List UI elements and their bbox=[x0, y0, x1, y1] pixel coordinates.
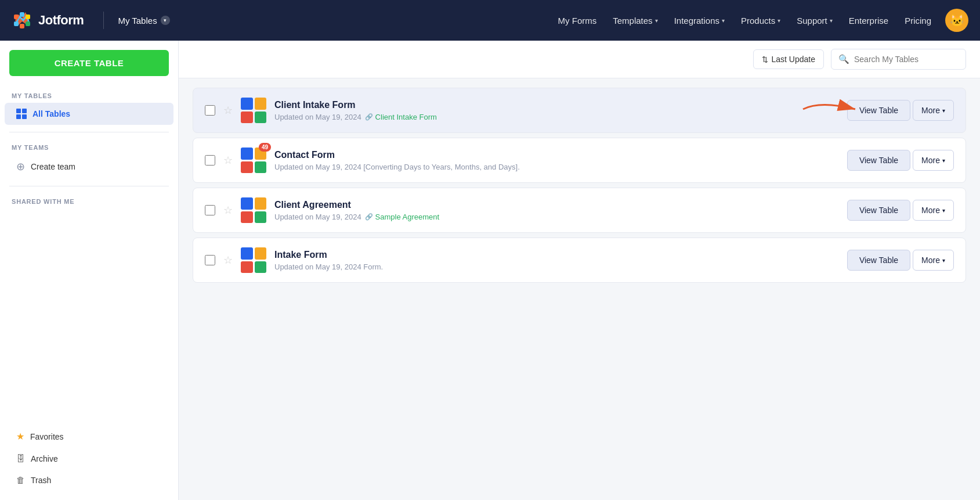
row-link-tag-1: 🔗 Client Intake Form bbox=[365, 113, 437, 121]
sort-button[interactable]: ⇅ Last Update bbox=[753, 49, 824, 69]
row-meta-2: Updated on May 19, 2024 [Converting Days… bbox=[274, 163, 839, 171]
create-table-button[interactable]: CREATE TABLE bbox=[9, 50, 169, 76]
logo-area[interactable]: Jotform bbox=[12, 10, 84, 31]
table-icon-1 bbox=[241, 98, 266, 123]
toolbar: ⇅ Last Update 🔍 bbox=[179, 41, 980, 78]
row-updated-1: Updated on May 19, 2024 bbox=[274, 113, 361, 121]
all-tables-grid-icon bbox=[16, 109, 27, 119]
table-row: ☆ 49 Contact Form Updated on May 19, 202… bbox=[193, 138, 966, 183]
row-info-2: Contact Form Updated on May 19, 2024 [Co… bbox=[274, 150, 839, 171]
svg-rect-2 bbox=[20, 12, 24, 17]
row-title-4: Intake Form bbox=[274, 250, 839, 260]
more-label-4: More bbox=[921, 256, 940, 265]
table-icon-2: 49 bbox=[241, 148, 266, 173]
view-table-button-3[interactable]: View Table bbox=[847, 200, 910, 221]
more-chevron-icon-3: ▾ bbox=[942, 207, 945, 214]
row-actions-4: View Table More ▾ bbox=[847, 250, 954, 271]
row-checkbox-4[interactable] bbox=[205, 255, 215, 265]
search-box[interactable]: 🔍 bbox=[831, 49, 966, 70]
table-row: ☆ Client Agreement Updated on May 19, 20… bbox=[193, 188, 966, 233]
view-table-button-1[interactable]: View Table bbox=[847, 100, 910, 121]
nav-enterprise[interactable]: Enterprise bbox=[842, 12, 895, 29]
more-button-4[interactable]: More ▾ bbox=[913, 250, 954, 271]
row-actions-1: View Table More ▾ bbox=[847, 100, 954, 121]
sort-label: Last Update bbox=[772, 55, 816, 64]
top-navigation: Jotform My Tables ▾ My Forms Templates ▾… bbox=[0, 0, 980, 41]
nav-my-forms[interactable]: My Forms bbox=[551, 12, 604, 29]
sort-icon: ⇅ bbox=[762, 55, 768, 64]
row-meta-3: Updated on May 19, 2024 🔗 Sample Agreeme… bbox=[274, 213, 839, 221]
sidebar-item-archive[interactable]: 🗄 Archive bbox=[5, 448, 173, 469]
link-icon-1: 🔗 bbox=[365, 113, 373, 121]
search-input[interactable] bbox=[854, 55, 959, 64]
svg-rect-6 bbox=[26, 21, 30, 26]
user-avatar[interactable]: 🐱 bbox=[945, 9, 968, 32]
sidebar-divider-2 bbox=[9, 186, 169, 186]
svg-rect-5 bbox=[20, 24, 24, 28]
mytables-label: My Tables bbox=[118, 16, 157, 26]
row-info-3: Client Agreement Updated on May 19, 2024… bbox=[274, 200, 839, 221]
row-checkbox-2[interactable] bbox=[205, 155, 215, 166]
more-label-1: More bbox=[921, 106, 940, 115]
row-star-4[interactable]: ☆ bbox=[223, 254, 233, 267]
nav-support[interactable]: Support ▾ bbox=[790, 12, 840, 29]
row-star-2[interactable]: ☆ bbox=[223, 154, 233, 167]
nav-integrations[interactable]: Integrations ▾ bbox=[667, 12, 732, 29]
row-checkbox-1[interactable] bbox=[205, 105, 215, 116]
more-button-2[interactable]: More ▾ bbox=[913, 150, 954, 171]
row-updated-4: Updated on May 19, 2024 Form. bbox=[274, 262, 383, 271]
row-info-4: Intake Form Updated on May 19, 2024 Form… bbox=[274, 250, 839, 271]
app-layout: CREATE TABLE MY TABLES All Tables MY TEA… bbox=[0, 41, 980, 500]
main-content: ⇅ Last Update 🔍 ☆ Client bbox=[179, 41, 980, 500]
row-link-label-3: Sample Agreement bbox=[375, 213, 440, 221]
sidebar-item-create-team[interactable]: ⊕ Create team bbox=[5, 154, 173, 179]
logo-text: Jotform bbox=[38, 13, 84, 28]
view-table-button-2[interactable]: View Table bbox=[847, 150, 910, 171]
row-meta-4: Updated on May 19, 2024 Form. bbox=[274, 262, 839, 271]
sidebar-bottom: ★ Favorites 🗄 Archive 🗑 Trash bbox=[0, 418, 178, 491]
shared-section-label: SHARED WITH ME bbox=[0, 193, 178, 208]
nav-templates[interactable]: Templates ▾ bbox=[606, 12, 664, 29]
row-info-1: Client Intake Form Updated on May 19, 20… bbox=[274, 100, 839, 121]
svg-rect-4 bbox=[14, 21, 19, 26]
templates-chevron-icon: ▾ bbox=[655, 17, 658, 24]
more-label-3: More bbox=[921, 206, 940, 215]
row-checkbox-3[interactable] bbox=[205, 205, 215, 215]
mytables-brand[interactable]: My Tables ▾ bbox=[118, 16, 169, 26]
sidebar-item-trash-label: Trash bbox=[31, 476, 51, 485]
row-meta-1: Updated on May 19, 2024 🔗 Client Intake … bbox=[274, 113, 839, 121]
more-chevron-icon-4: ▾ bbox=[942, 257, 945, 264]
more-button-1[interactable]: More ▾ bbox=[913, 100, 954, 121]
jotform-logo-icon bbox=[12, 10, 32, 31]
row-star-3[interactable]: ☆ bbox=[223, 204, 233, 217]
sidebar-divider-1 bbox=[9, 132, 169, 132]
favorites-star-icon: ★ bbox=[16, 431, 24, 442]
table-icon-3 bbox=[241, 197, 266, 223]
badge-count-2: 49 bbox=[259, 143, 271, 152]
svg-rect-3 bbox=[26, 15, 30, 19]
my-teams-section-label: MY TEAMS bbox=[0, 139, 178, 154]
table-row: ☆ Intake Form Updated on May 19, 2024 Fo… bbox=[193, 238, 966, 283]
sidebar-item-favorites[interactable]: ★ Favorites bbox=[5, 425, 173, 448]
create-team-plus-icon: ⊕ bbox=[16, 160, 25, 173]
nav-products[interactable]: Products ▾ bbox=[734, 12, 787, 29]
nav-divider bbox=[103, 12, 104, 29]
sidebar-item-trash[interactable]: 🗑 Trash bbox=[5, 469, 173, 491]
more-chevron-icon-2: ▾ bbox=[942, 157, 945, 164]
more-button-3[interactable]: More ▾ bbox=[913, 200, 954, 221]
sidebar-item-all-tables[interactable]: All Tables bbox=[5, 103, 173, 125]
sidebar-item-archive-label: Archive bbox=[31, 454, 58, 463]
search-icon: 🔍 bbox=[838, 54, 849, 64]
row-updated-3: Updated on May 19, 2024 bbox=[274, 213, 361, 221]
view-table-button-4[interactable]: View Table bbox=[847, 250, 910, 271]
row-actions-2: View Table More ▾ bbox=[847, 150, 954, 171]
mytables-caret-icon: ▾ bbox=[161, 16, 170, 25]
more-chevron-icon-1: ▾ bbox=[942, 107, 945, 114]
support-chevron-icon: ▾ bbox=[830, 17, 833, 24]
row-star-1[interactable]: ☆ bbox=[223, 104, 233, 117]
nav-pricing[interactable]: Pricing bbox=[898, 12, 938, 29]
sidebar-item-create-team-label: Create team bbox=[31, 162, 75, 171]
row-title-3: Client Agreement bbox=[274, 200, 839, 210]
table-list: ☆ Client Intake Form Updated on May 19, … bbox=[179, 78, 980, 297]
trash-icon: 🗑 bbox=[16, 475, 25, 485]
